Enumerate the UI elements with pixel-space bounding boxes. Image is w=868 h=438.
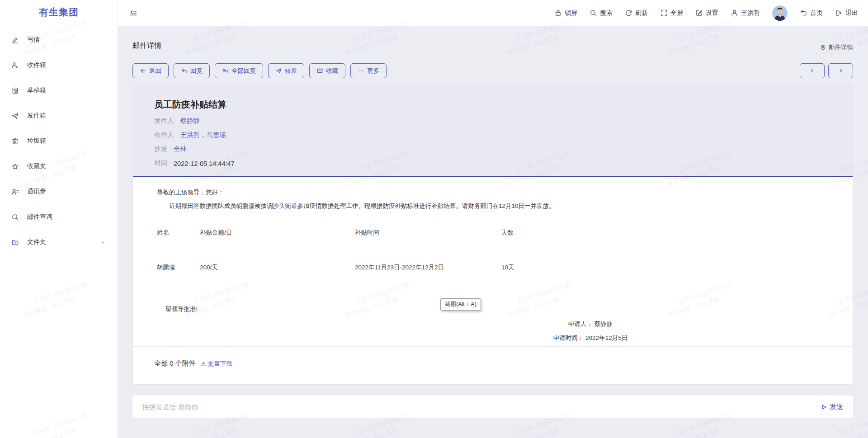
inbox-icon: [11, 61, 19, 69]
logout-button[interactable]: 退出: [835, 9, 858, 17]
sidebar-item-inbox[interactable]: 收件箱: [0, 52, 118, 78]
folder-plus-icon: [11, 239, 19, 246]
home-label: 首页: [810, 9, 823, 17]
sidebar-item-trash[interactable]: 垃圾箱: [0, 128, 118, 154]
topbar-actions: 锁屏 搜索 刷新 全屏 设置 王洪哲: [554, 5, 858, 21]
sidebar-item-folders[interactable]: 文件夹: [0, 230, 118, 255]
subsidy-table-row: 胡鹏濠 200/天 2022年11月23日-2022年12月2日 10天: [157, 264, 829, 272]
lock-screen-button[interactable]: 锁屏: [554, 9, 577, 17]
back-button[interactable]: 返回: [132, 63, 169, 78]
breadcrumb: 邮件详情: [820, 43, 853, 52]
forward-icon: [275, 67, 282, 74]
logout-label: 退出: [845, 9, 858, 17]
reply-all-button[interactable]: 全部回复: [215, 63, 263, 78]
collapse-menu-icon[interactable]: [129, 9, 137, 17]
mail-search-icon: [11, 213, 19, 221]
favorite-button[interactable]: 收藏: [309, 63, 345, 78]
quick-send-input[interactable]: [142, 403, 821, 411]
current-user[interactable]: 王洪哲: [731, 9, 760, 17]
mail-detail-card: 员工防疫补贴结算 发件人 蔡静静 收件人 王洪哲，马雪瑶 抄送 全林 时间 20…: [132, 86, 853, 385]
reply-button[interactable]: 回复: [174, 63, 210, 78]
back-home-icon: [800, 9, 807, 17]
sidebar-item-label: 文件夹: [27, 238, 46, 246]
breadcrumb-label: 邮件详情: [829, 43, 853, 52]
attachment-bar: 全部 0 个附件 批量下载: [154, 359, 232, 368]
mail-toolbar: 返回 回复 全部回复 转发 收藏 更多: [132, 63, 387, 78]
cc-label: 抄送: [154, 145, 167, 153]
settings-button[interactable]: 设置: [695, 9, 718, 17]
table-header-name: 姓名: [157, 229, 200, 237]
contacts-icon: [11, 188, 19, 196]
sidebar-item-drafts[interactable]: 草稿箱: [0, 78, 118, 103]
refresh-icon: [625, 9, 632, 17]
more-dots-icon: [358, 67, 364, 74]
chevron-down-icon[interactable]: [100, 240, 106, 245]
arrow-left-icon: [140, 67, 146, 74]
reply-icon: [181, 67, 188, 74]
apply-time: 申请时间： 2022年12月5日: [500, 331, 681, 345]
mail-closing: 望领导批准!: [165, 305, 198, 314]
table-cell-name: 胡鹏濠: [157, 264, 200, 272]
lock-screen-label: 锁屏: [565, 9, 577, 17]
sidebar: 有生集团 写信 收件箱 草稿箱 发件箱 垃圾箱: [0, 0, 118, 438]
refresh-button[interactable]: 刷新: [625, 9, 648, 17]
reply-all-button-label: 全部回复: [231, 67, 256, 75]
send-triangle-icon: [821, 404, 827, 410]
mail-greeting: 尊敬的上级领导，您好：: [157, 188, 224, 197]
drafts-icon: [11, 87, 19, 94]
refresh-label: 刷新: [635, 9, 648, 17]
page-title: 邮件详情: [132, 41, 161, 51]
to-value[interactable]: 王洪哲，马雪瑶: [180, 131, 226, 139]
home-button[interactable]: 首页: [800, 9, 823, 17]
trash-icon: [11, 137, 19, 145]
current-user-name: 王洪哲: [741, 9, 760, 17]
mail-header-section: [133, 87, 853, 176]
mail-to-row: 收件人 王洪哲，马雪瑶: [154, 131, 226, 139]
sidebar-item-sent[interactable]: 发件箱: [0, 103, 118, 128]
table-header-days: 天数: [501, 229, 829, 237]
header-divider: [133, 176, 853, 177]
subsidy-table-header: 姓名 补贴金额/日 补贴时间 天数: [157, 229, 829, 237]
user-avatar[interactable]: [772, 5, 788, 21]
sidebar-menu: 写信 收件箱 草稿箱 发件箱 垃圾箱 收藏夹: [0, 27, 118, 255]
sidebar-item-label: 收件箱: [27, 61, 46, 69]
table-cell-period: 2022年11月23日-2022年12月2日: [355, 264, 501, 272]
fullscreen-button[interactable]: 全屏: [660, 9, 683, 17]
fullscreen-icon: [660, 9, 668, 17]
cc-value[interactable]: 全林: [174, 145, 187, 153]
mail-cc-row: 抄送 全林: [154, 145, 187, 153]
sidebar-item-contacts[interactable]: 通讯录: [0, 179, 118, 204]
chevron-right-icon: [838, 68, 844, 74]
sidebar-item-label: 写信: [27, 36, 40, 44]
forward-button-label: 转发: [285, 67, 297, 75]
sidebar-item-label: 草稿箱: [27, 86, 46, 94]
mail-from-row: 发件人 蔡静静: [154, 117, 200, 125]
compose-icon: [11, 36, 19, 44]
from-value[interactable]: 蔡静静: [180, 117, 200, 125]
send-button[interactable]: 发送: [821, 403, 843, 411]
batch-download-label: 批量下载: [208, 360, 232, 368]
forward-button[interactable]: 转发: [268, 63, 304, 78]
sidebar-item-label: 邮件查询: [27, 213, 52, 221]
settings-label: 设置: [706, 9, 718, 17]
sidebar-item-mail-search[interactable]: 邮件查询: [0, 204, 118, 230]
sidebar-item-favorites[interactable]: 收藏夹: [0, 154, 118, 179]
attachment-divider: [133, 346, 853, 347]
batch-download-link[interactable]: 批量下载: [200, 360, 232, 368]
sidebar-item-compose[interactable]: 写信: [0, 27, 118, 52]
time-label: 时间: [154, 159, 167, 168]
table-cell-days: 10天: [501, 264, 829, 272]
next-mail-button[interactable]: [828, 63, 853, 78]
lock-icon: [554, 9, 562, 17]
table-cell-amount: 200/天: [200, 264, 355, 272]
app-window: 有生集团 写信 收件箱 草稿箱 发件箱 垃圾箱: [0, 0, 868, 438]
chevron-left-icon: [809, 68, 815, 74]
more-button[interactable]: 更多: [350, 63, 387, 78]
favorites-icon: [11, 163, 19, 170]
location-pin-icon: [820, 44, 826, 51]
from-label: 发件人: [154, 117, 174, 125]
previous-mail-button[interactable]: [800, 63, 825, 78]
time-value: 2022-12-05 14:44:47: [174, 160, 235, 167]
search-button[interactable]: 搜索: [590, 9, 613, 17]
sidebar-item-label: 垃圾箱: [27, 137, 46, 145]
